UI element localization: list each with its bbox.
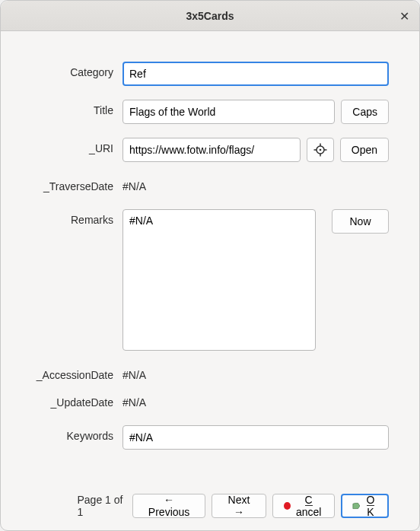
ok-icon [352, 501, 361, 510]
ok-label-rest: K [367, 506, 374, 518]
ok-button[interactable]: OK [341, 494, 389, 518]
cancel-label-u: C [305, 494, 313, 506]
uri-label: _URI [31, 138, 123, 154]
keywords-label: Keywords [31, 425, 123, 442]
close-icon[interactable]: ✕ [396, 8, 412, 23]
next-button[interactable]: Next → [212, 494, 266, 518]
accession-date-label: _AccessionDate [31, 364, 123, 381]
target-icon-button[interactable] [307, 138, 334, 162]
update-date-label: _UpdateDate [31, 392, 123, 409]
caps-button[interactable]: Caps [341, 100, 389, 124]
form-content: Category Title Caps _URI [1, 31, 419, 530]
page-indicator: Page 1 of 1 [78, 494, 127, 518]
footer: Page 1 of 1 ← Previous Next → Cancel OK [31, 489, 389, 518]
category-label: Category [31, 62, 123, 78]
now-button[interactable]: Now [332, 209, 389, 234]
accession-date-value: #N/A [123, 364, 146, 381]
svg-point-1 [319, 149, 321, 151]
update-date-value: #N/A [123, 392, 146, 409]
target-icon [313, 143, 327, 157]
title-label: Title [31, 100, 123, 116]
cancel-label-rest: ancel [296, 506, 321, 518]
previous-button[interactable]: ← Previous [132, 494, 205, 518]
ok-label-u: O [367, 494, 375, 506]
traverse-date-value: #N/A [123, 176, 146, 192]
title-input[interactable] [123, 100, 335, 124]
uri-input[interactable] [123, 138, 301, 162]
keywords-input[interactable] [123, 425, 389, 450]
cancel-icon [284, 502, 291, 510]
remarks-label: Remarks [31, 209, 123, 226]
titlebar: 3x5Cards ✕ [1, 1, 419, 31]
cancel-button[interactable]: Cancel [272, 494, 335, 518]
category-input[interactable] [123, 62, 389, 86]
open-button[interactable]: Open [340, 138, 389, 162]
remarks-textarea[interactable]: #N/A [123, 209, 316, 351]
traverse-date-label: _TraverseDate [31, 176, 123, 192]
window-title: 3x5Cards [186, 10, 234, 22]
